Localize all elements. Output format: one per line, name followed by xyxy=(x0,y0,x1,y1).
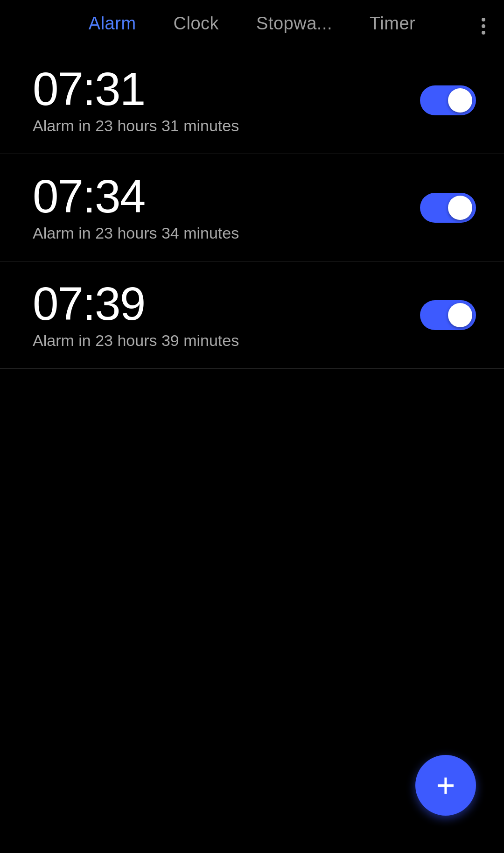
toggle-track-3 xyxy=(420,300,476,330)
alarm-item-1[interactable]: 07:31 Alarm in 23 hours 31 minutes xyxy=(0,47,504,154)
alarm-label-1: Alarm in 23 hours 31 minutes xyxy=(33,117,239,135)
toggle-thumb-2 xyxy=(448,196,472,220)
plus-icon: + xyxy=(436,769,455,802)
alarm-info-2: 07:34 Alarm in 23 hours 34 minutes xyxy=(33,173,239,242)
alarm-time-1: 07:31 xyxy=(33,65,239,112)
toggle-thumb-3 xyxy=(448,303,472,327)
tab-timer[interactable]: Timer xyxy=(360,9,425,38)
alarm-item-3[interactable]: 07:39 Alarm in 23 hours 39 minutes xyxy=(0,261,504,369)
toggle-track-1 xyxy=(420,85,476,115)
alarm-label-2: Alarm in 23 hours 34 minutes xyxy=(33,224,239,242)
alarm-list: 07:31 Alarm in 23 hours 31 minutes 07:34… xyxy=(0,47,504,369)
tab-stopwatch[interactable]: Stopwa... xyxy=(247,9,342,38)
toggle-thumb-1 xyxy=(448,88,472,113)
toggle-track-2 xyxy=(420,193,476,223)
tab-alarm[interactable]: Alarm xyxy=(79,9,146,38)
alarm-item-2[interactable]: 07:34 Alarm in 23 hours 34 minutes xyxy=(0,154,504,261)
tab-clock[interactable]: Clock xyxy=(164,9,229,38)
alarm-toggle-1[interactable] xyxy=(420,85,476,115)
alarm-toggle-3[interactable] xyxy=(420,300,476,330)
alarm-info-1: 07:31 Alarm in 23 hours 31 minutes xyxy=(33,65,239,135)
alarm-toggle-2[interactable] xyxy=(420,193,476,223)
add-alarm-button[interactable]: + xyxy=(415,755,476,816)
top-navigation: Alarm Clock Stopwa... Timer xyxy=(0,0,504,47)
alarm-time-3: 07:39 xyxy=(33,280,239,327)
alarm-label-3: Alarm in 23 hours 39 minutes xyxy=(33,331,239,350)
alarm-time-2: 07:34 xyxy=(33,173,239,219)
more-vertical-icon[interactable] xyxy=(477,13,490,39)
alarm-info-3: 07:39 Alarm in 23 hours 39 minutes xyxy=(33,280,239,350)
